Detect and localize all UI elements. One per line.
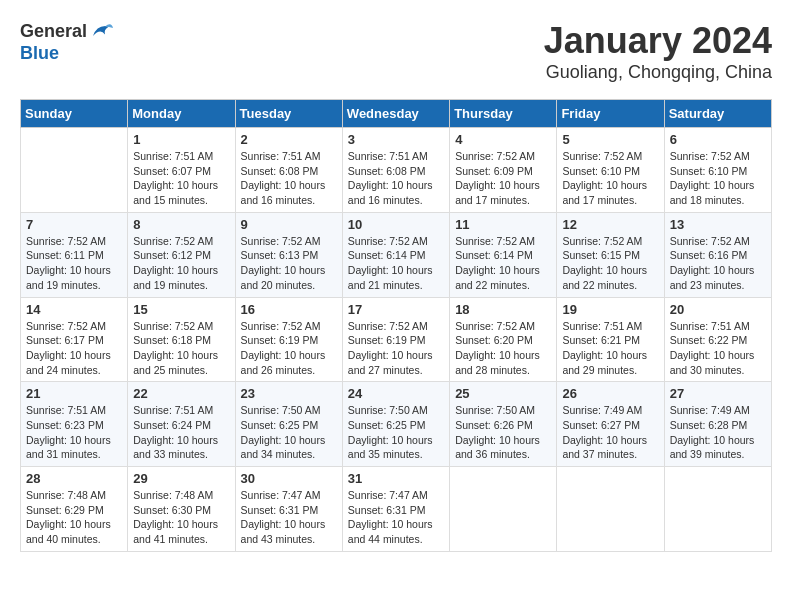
title-section: January 2024 Guoliang, Chongqing, China bbox=[544, 20, 772, 83]
day-number: 13 bbox=[670, 217, 766, 232]
calendar-cell: 4Sunrise: 7:52 AM Sunset: 6:09 PM Daylig… bbox=[450, 128, 557, 213]
day-number: 9 bbox=[241, 217, 337, 232]
calendar-cell: 29Sunrise: 7:48 AM Sunset: 6:30 PM Dayli… bbox=[128, 467, 235, 552]
day-number: 17 bbox=[348, 302, 444, 317]
day-info: Sunrise: 7:52 AM Sunset: 6:16 PM Dayligh… bbox=[670, 234, 766, 293]
week-row-3: 14Sunrise: 7:52 AM Sunset: 6:17 PM Dayli… bbox=[21, 297, 772, 382]
location-subtitle: Guoliang, Chongqing, China bbox=[544, 62, 772, 83]
day-number: 7 bbox=[26, 217, 122, 232]
calendar-cell: 1Sunrise: 7:51 AM Sunset: 6:07 PM Daylig… bbox=[128, 128, 235, 213]
calendar-cell: 16Sunrise: 7:52 AM Sunset: 6:19 PM Dayli… bbox=[235, 297, 342, 382]
day-info: Sunrise: 7:52 AM Sunset: 6:15 PM Dayligh… bbox=[562, 234, 658, 293]
calendar-cell: 18Sunrise: 7:52 AM Sunset: 6:20 PM Dayli… bbox=[450, 297, 557, 382]
calendar-cell: 25Sunrise: 7:50 AM Sunset: 6:26 PM Dayli… bbox=[450, 382, 557, 467]
logo-bird-icon bbox=[89, 20, 113, 44]
day-number: 20 bbox=[670, 302, 766, 317]
day-info: Sunrise: 7:47 AM Sunset: 6:31 PM Dayligh… bbox=[348, 488, 444, 547]
day-number: 12 bbox=[562, 217, 658, 232]
week-row-4: 21Sunrise: 7:51 AM Sunset: 6:23 PM Dayli… bbox=[21, 382, 772, 467]
day-info: Sunrise: 7:49 AM Sunset: 6:27 PM Dayligh… bbox=[562, 403, 658, 462]
day-number: 27 bbox=[670, 386, 766, 401]
day-header-friday: Friday bbox=[557, 100, 664, 128]
calendar-cell: 17Sunrise: 7:52 AM Sunset: 6:19 PM Dayli… bbox=[342, 297, 449, 382]
day-info: Sunrise: 7:50 AM Sunset: 6:26 PM Dayligh… bbox=[455, 403, 551, 462]
calendar-cell: 19Sunrise: 7:51 AM Sunset: 6:21 PM Dayli… bbox=[557, 297, 664, 382]
calendar-cell: 14Sunrise: 7:52 AM Sunset: 6:17 PM Dayli… bbox=[21, 297, 128, 382]
day-number: 5 bbox=[562, 132, 658, 147]
calendar-cell: 30Sunrise: 7:47 AM Sunset: 6:31 PM Dayli… bbox=[235, 467, 342, 552]
day-number: 8 bbox=[133, 217, 229, 232]
day-info: Sunrise: 7:51 AM Sunset: 6:07 PM Dayligh… bbox=[133, 149, 229, 208]
calendar-cell: 13Sunrise: 7:52 AM Sunset: 6:16 PM Dayli… bbox=[664, 212, 771, 297]
day-number: 21 bbox=[26, 386, 122, 401]
day-number: 26 bbox=[562, 386, 658, 401]
day-info: Sunrise: 7:52 AM Sunset: 6:11 PM Dayligh… bbox=[26, 234, 122, 293]
day-info: Sunrise: 7:51 AM Sunset: 6:22 PM Dayligh… bbox=[670, 319, 766, 378]
day-info: Sunrise: 7:52 AM Sunset: 6:17 PM Dayligh… bbox=[26, 319, 122, 378]
day-number: 19 bbox=[562, 302, 658, 317]
day-number: 25 bbox=[455, 386, 551, 401]
day-info: Sunrise: 7:52 AM Sunset: 6:13 PM Dayligh… bbox=[241, 234, 337, 293]
day-number: 22 bbox=[133, 386, 229, 401]
day-info: Sunrise: 7:52 AM Sunset: 6:19 PM Dayligh… bbox=[241, 319, 337, 378]
calendar-cell: 3Sunrise: 7:51 AM Sunset: 6:08 PM Daylig… bbox=[342, 128, 449, 213]
calendar-cell: 31Sunrise: 7:47 AM Sunset: 6:31 PM Dayli… bbox=[342, 467, 449, 552]
day-number: 28 bbox=[26, 471, 122, 486]
day-number: 11 bbox=[455, 217, 551, 232]
calendar-cell: 24Sunrise: 7:50 AM Sunset: 6:25 PM Dayli… bbox=[342, 382, 449, 467]
calendar-table: SundayMondayTuesdayWednesdayThursdayFrid… bbox=[20, 99, 772, 552]
day-info: Sunrise: 7:52 AM Sunset: 6:18 PM Dayligh… bbox=[133, 319, 229, 378]
day-number: 31 bbox=[348, 471, 444, 486]
calendar-cell: 9Sunrise: 7:52 AM Sunset: 6:13 PM Daylig… bbox=[235, 212, 342, 297]
day-number: 16 bbox=[241, 302, 337, 317]
calendar-cell bbox=[21, 128, 128, 213]
calendar-cell: 7Sunrise: 7:52 AM Sunset: 6:11 PM Daylig… bbox=[21, 212, 128, 297]
calendar-cell: 26Sunrise: 7:49 AM Sunset: 6:27 PM Dayli… bbox=[557, 382, 664, 467]
calendar-cell: 22Sunrise: 7:51 AM Sunset: 6:24 PM Dayli… bbox=[128, 382, 235, 467]
day-number: 1 bbox=[133, 132, 229, 147]
day-number: 24 bbox=[348, 386, 444, 401]
day-number: 3 bbox=[348, 132, 444, 147]
logo-blue-text: Blue bbox=[20, 44, 113, 64]
day-info: Sunrise: 7:51 AM Sunset: 6:23 PM Dayligh… bbox=[26, 403, 122, 462]
week-row-5: 28Sunrise: 7:48 AM Sunset: 6:29 PM Dayli… bbox=[21, 467, 772, 552]
day-info: Sunrise: 7:51 AM Sunset: 6:21 PM Dayligh… bbox=[562, 319, 658, 378]
day-info: Sunrise: 7:52 AM Sunset: 6:14 PM Dayligh… bbox=[348, 234, 444, 293]
month-title: January 2024 bbox=[544, 20, 772, 62]
calendar-cell: 15Sunrise: 7:52 AM Sunset: 6:18 PM Dayli… bbox=[128, 297, 235, 382]
day-info: Sunrise: 7:48 AM Sunset: 6:29 PM Dayligh… bbox=[26, 488, 122, 547]
day-number: 30 bbox=[241, 471, 337, 486]
day-info: Sunrise: 7:50 AM Sunset: 6:25 PM Dayligh… bbox=[348, 403, 444, 462]
day-number: 10 bbox=[348, 217, 444, 232]
calendar-cell: 28Sunrise: 7:48 AM Sunset: 6:29 PM Dayli… bbox=[21, 467, 128, 552]
week-row-2: 7Sunrise: 7:52 AM Sunset: 6:11 PM Daylig… bbox=[21, 212, 772, 297]
calendar-cell bbox=[557, 467, 664, 552]
day-info: Sunrise: 7:51 AM Sunset: 6:08 PM Dayligh… bbox=[348, 149, 444, 208]
calendar-cell: 27Sunrise: 7:49 AM Sunset: 6:28 PM Dayli… bbox=[664, 382, 771, 467]
calendar-cell: 12Sunrise: 7:52 AM Sunset: 6:15 PM Dayli… bbox=[557, 212, 664, 297]
day-info: Sunrise: 7:52 AM Sunset: 6:10 PM Dayligh… bbox=[562, 149, 658, 208]
logo: General Blue bbox=[20, 20, 113, 64]
page-header: General Blue January 2024 Guoliang, Chon… bbox=[20, 20, 772, 83]
day-header-wednesday: Wednesday bbox=[342, 100, 449, 128]
day-info: Sunrise: 7:50 AM Sunset: 6:25 PM Dayligh… bbox=[241, 403, 337, 462]
calendar-cell: 8Sunrise: 7:52 AM Sunset: 6:12 PM Daylig… bbox=[128, 212, 235, 297]
day-header-sunday: Sunday bbox=[21, 100, 128, 128]
day-header-monday: Monday bbox=[128, 100, 235, 128]
day-number: 2 bbox=[241, 132, 337, 147]
day-info: Sunrise: 7:51 AM Sunset: 6:24 PM Dayligh… bbox=[133, 403, 229, 462]
day-info: Sunrise: 7:51 AM Sunset: 6:08 PM Dayligh… bbox=[241, 149, 337, 208]
calendar-cell: 20Sunrise: 7:51 AM Sunset: 6:22 PM Dayli… bbox=[664, 297, 771, 382]
day-info: Sunrise: 7:52 AM Sunset: 6:14 PM Dayligh… bbox=[455, 234, 551, 293]
calendar-cell: 23Sunrise: 7:50 AM Sunset: 6:25 PM Dayli… bbox=[235, 382, 342, 467]
day-info: Sunrise: 7:52 AM Sunset: 6:10 PM Dayligh… bbox=[670, 149, 766, 208]
day-number: 23 bbox=[241, 386, 337, 401]
calendar-cell: 21Sunrise: 7:51 AM Sunset: 6:23 PM Dayli… bbox=[21, 382, 128, 467]
day-number: 15 bbox=[133, 302, 229, 317]
header-row: SundayMondayTuesdayWednesdayThursdayFrid… bbox=[21, 100, 772, 128]
day-number: 29 bbox=[133, 471, 229, 486]
calendar-cell: 5Sunrise: 7:52 AM Sunset: 6:10 PM Daylig… bbox=[557, 128, 664, 213]
day-number: 14 bbox=[26, 302, 122, 317]
week-row-1: 1Sunrise: 7:51 AM Sunset: 6:07 PM Daylig… bbox=[21, 128, 772, 213]
calendar-cell: 6Sunrise: 7:52 AM Sunset: 6:10 PM Daylig… bbox=[664, 128, 771, 213]
